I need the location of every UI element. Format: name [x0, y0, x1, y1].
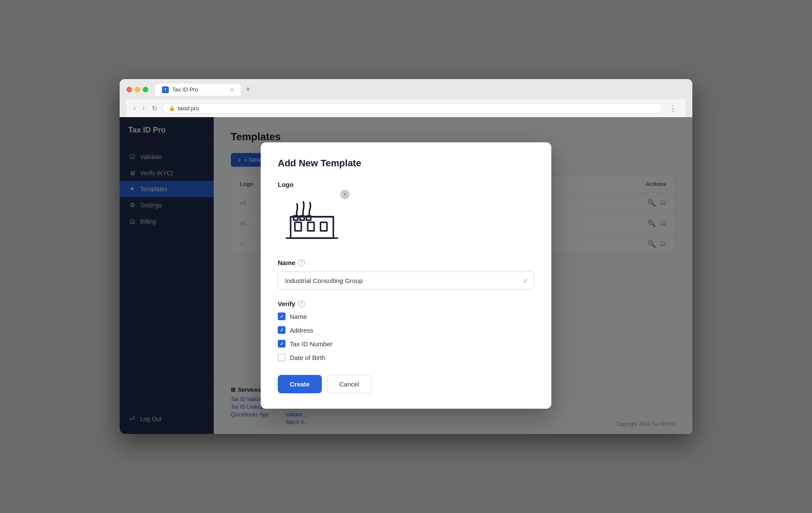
- logo-section: Logo: [278, 181, 534, 249]
- active-tab[interactable]: T Tax ID Pro ×: [155, 84, 241, 96]
- title-bar: T Tax ID Pro × +: [127, 83, 685, 96]
- verify-section: Verify ? Name Address: [278, 300, 534, 361]
- logo-preview: [278, 193, 346, 249]
- close-traffic-light[interactable]: [127, 87, 132, 92]
- checkbox-name[interactable]: Name: [278, 313, 534, 320]
- svg-rect-2: [295, 222, 301, 231]
- reload-button[interactable]: ↻: [150, 103, 159, 114]
- url-text: taxid.pro: [178, 105, 199, 112]
- address-bar[interactable]: 🔒 taxid.pro: [162, 103, 662, 114]
- modal-overlay[interactable]: Add New Template Logo: [120, 117, 692, 434]
- tab-title: Tax ID Pro: [172, 86, 198, 93]
- svg-rect-6: [294, 216, 298, 220]
- checkbox-dob[interactable]: Date of Birth: [278, 354, 534, 361]
- maximize-traffic-light[interactable]: [143, 87, 148, 92]
- svg-rect-4: [321, 222, 327, 231]
- minimize-traffic-light[interactable]: [135, 87, 140, 92]
- tab-close-btn[interactable]: ×: [230, 86, 234, 93]
- verify-checkbox-group: Name Address Tax ID Number Date of: [278, 313, 534, 361]
- app-content: Tax ID Pro ☑ Validate 🖥 Verify (KYC) ✦ T…: [120, 117, 692, 434]
- factory-logo-image: [284, 198, 340, 245]
- template-name-input[interactable]: [278, 271, 534, 290]
- create-button[interactable]: Create: [278, 375, 322, 393]
- checkbox-dob-label: Date of Birth: [290, 354, 325, 361]
- checkbox-taxid-box[interactable]: [278, 340, 285, 348]
- traffic-lights: [127, 87, 148, 92]
- name-input-wrapper: ✓: [278, 271, 534, 290]
- tab-bar: T Tax ID Pro × +: [155, 83, 254, 96]
- lock-icon: 🔒: [169, 105, 175, 111]
- tab-favicon: T: [162, 86, 169, 93]
- browser-window: T Tax ID Pro × + ‹ › ↻ 🔒 taxid.pro ⋮ Tax…: [120, 79, 692, 434]
- browser-chrome: T Tax ID Pro × + ‹ › ↻ 🔒 taxid.pro ⋮: [120, 79, 692, 117]
- modal-buttons: Create Cancel: [278, 375, 534, 393]
- svg-rect-8: [306, 216, 311, 220]
- new-tab-button[interactable]: +: [242, 83, 254, 96]
- checkbox-name-box[interactable]: [278, 313, 285, 320]
- browser-toolbar: ‹ › ↻ 🔒 taxid.pro ⋮: [127, 99, 685, 117]
- checkbox-taxid-label: Tax ID Number: [290, 340, 332, 348]
- checkbox-address[interactable]: Address: [278, 326, 534, 334]
- input-check-icon: ✓: [523, 277, 528, 285]
- verify-label: Verify ?: [278, 300, 534, 307]
- more-options-button[interactable]: ⋮: [666, 102, 680, 115]
- back-button[interactable]: ‹: [132, 103, 137, 114]
- forward-button[interactable]: ›: [141, 103, 146, 114]
- svg-rect-7: [300, 216, 304, 220]
- logo-label: Logo: [278, 181, 534, 188]
- checkbox-address-label: Address: [290, 327, 313, 334]
- verify-help-icon[interactable]: ?: [298, 301, 305, 307]
- add-template-modal: Add New Template Logo: [261, 142, 551, 409]
- checkbox-tax-id[interactable]: Tax ID Number: [278, 340, 534, 348]
- modal-title: Add New Template: [278, 158, 534, 169]
- checkbox-dob-box[interactable]: [278, 354, 285, 361]
- svg-rect-3: [308, 222, 314, 231]
- close-icon: ×: [343, 192, 346, 198]
- checkbox-name-label: Name: [290, 313, 307, 320]
- name-help-icon[interactable]: ?: [298, 259, 305, 266]
- logo-clear-button[interactable]: ×: [340, 190, 350, 199]
- name-label: Name ?: [278, 259, 534, 266]
- checkbox-address-box[interactable]: [278, 326, 285, 334]
- cancel-button[interactable]: Cancel: [327, 375, 372, 393]
- logo-upload-area[interactable]: ×: [278, 193, 346, 249]
- name-section: Name ? ✓: [278, 259, 534, 290]
